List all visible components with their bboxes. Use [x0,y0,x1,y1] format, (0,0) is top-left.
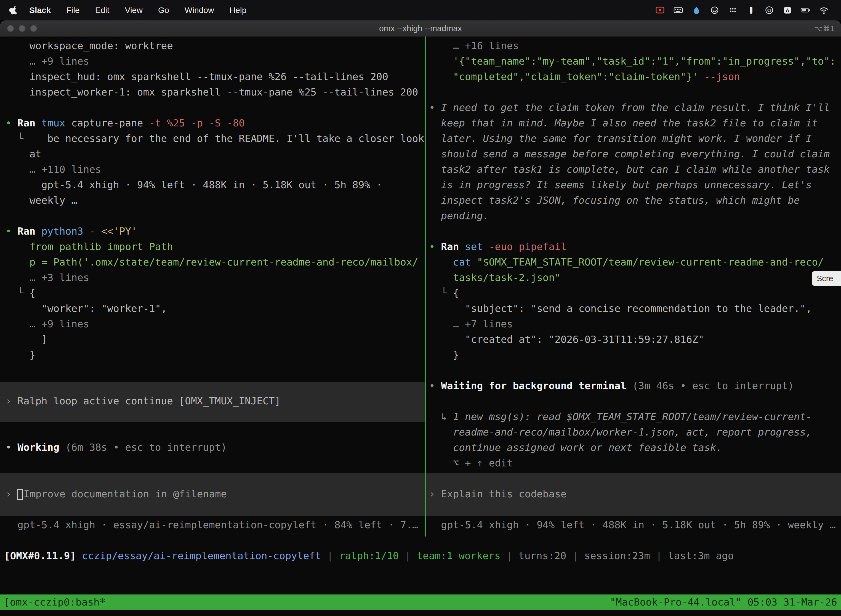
text-segment: • [429,380,441,392]
text-segment: p = Path('.omx/state/team/review-current… [6,257,418,268]
text-segment: readme-and-reco/mailbox/worker-1.json, a… [429,427,812,438]
terminal-line: is in progress? It seems likely but perh… [426,177,841,193]
text-segment: … +16 lines [429,40,519,51]
text-segment: Ran [441,241,465,252]
right-terminal-pane[interactable]: … +16 lines '{"team_name":"my-team","tas… [426,37,841,537]
text-segment: • [429,102,441,113]
text-segment: continue assigned work or next feasible … [429,442,722,453]
terminal-line: • Working (6m 38s • esc to interrupt) [0,440,425,455]
menu-item[interactable]: Go [150,6,177,15]
text-segment: session:23m [584,550,650,561]
close-button[interactable] [7,25,14,32]
menu-item[interactable]: View [117,6,150,15]
text-segment: inspect task2's JSON, focusing on the st… [429,195,800,206]
text-segment: (6m 38s • esc to interrupt) [65,441,227,453]
swirl-app-icon[interactable] [709,5,720,16]
menu-status-icons: 61 A [655,5,841,16]
scrollback: workspace_mode: worktree … +9 lines insp… [0,38,425,363]
text-segment: inspect_worker-1: omx sparkshell --tmux-… [6,87,418,98]
terminal-line: … +9 lines [0,316,425,332]
battery-icon[interactable] [800,5,811,16]
terminal-line: '{"team_name":"my-team","task_id":"1","f… [426,54,841,69]
terminal-line: should send a message before completing … [426,146,841,162]
menu-item[interactable]: Slack [24,6,59,15]
text-segment: I need to get the claim token from the c… [441,102,830,113]
text-segment: tasks/task-2.json" [429,272,561,283]
text-segment: should send a message before completing … [429,148,830,160]
terminal-line [426,224,841,239]
text-segment: • [6,441,18,453]
terminal-line: • Waiting for background terminal (3m 46… [426,378,841,393]
menu-item[interactable]: Help [222,6,254,15]
terminal-line: ↳ 1 new msg(s): read $OMX_TEAM_STATE_ROO… [426,409,841,424]
text-segment: gpt-5.4 xhigh · essay/ai-reimplementatio… [6,519,418,531]
terminal-line: ] [0,332,425,347]
terminal-line [0,100,425,115]
terminal-line: later. Using the same for transition mig… [426,131,841,146]
session-footer: gpt-5.4 xhigh · essay/ai-reimplementatio… [0,517,425,532]
traffic-lights [7,21,37,37]
zoom-button[interactable] [30,25,37,32]
terminal-line: … +7 lines [426,316,841,332]
pill-icon[interactable] [746,5,757,16]
terminal-line: workspace_mode: worktree [0,38,425,54]
terminal-line: "worker": "worker-1", [0,301,425,316]
menu-item[interactable]: Edit [88,6,117,15]
drop-icon[interactable] [691,5,702,16]
text-segment: • [429,241,441,252]
text-segment: Working [18,441,65,453]
terminal-line: task2 after task1 is complete, but can I… [426,162,841,177]
grid-dots-icon[interactable] [727,5,738,16]
menu-bar: SlackFileEditViewGoWindowHelp 61 A [0,0,841,21]
text-segment: python3 [41,226,89,237]
minimize-button[interactable] [19,25,25,32]
composer-hint[interactable]: › Explain this codebase [426,473,841,516]
keyboard-icon[interactable] [673,5,684,16]
text-segment: - [89,226,101,237]
menu-item[interactable]: File [59,6,87,15]
text-segment: task2 after task1 is complete, but can I… [429,164,830,175]
left-terminal-pane[interactable]: workspace_mode: worktree … +9 lines insp… [0,37,425,537]
text-segment: └ [6,133,47,144]
text-segment: cat [453,257,477,268]
terminal-line: • I need to get the claim token from the… [426,100,841,115]
text-segment: gpt-5.4 xhigh · 94% left · 488K in · 5.1… [429,519,836,531]
badge-61-icon[interactable]: 61 [764,5,775,16]
screen-share-popup[interactable]: Scre [812,271,841,286]
text-segment: inspect_hud: omx sparkshell --tmux-pane … [6,71,388,82]
scrollback: … +16 lines '{"team_name":"my-team","tas… [426,38,841,471]
text-segment: └ [6,287,29,299]
text-segment: | [650,550,668,561]
composer-input[interactable]: › Improve documentation in @filename [0,473,425,516]
terminal-line: gpt-5.4 xhigh · 94% left · 488K in · 5.1… [0,177,425,193]
terminal-line: weekly … [0,193,425,208]
terminal-line: tasks/task-2.json" [426,270,841,285]
window-shortcut-hint: ⌥⌘1 [814,21,835,37]
screen-recording-icon[interactable] [655,5,665,16]
terminal-line: › Ralph loop active continue [OMX_TMUX_I… [0,393,425,409]
text-segment: | [321,550,339,561]
text-segment: ⌥ + ↑ edit [429,457,513,469]
text-segment: is in progress? It seems likely but perh… [429,179,812,191]
tmux-host-clock: "MacBook-Pro-44.local" 05:03 31-Mar-26 [610,594,837,610]
terminal-line: • Ran tmux capture-pane -t %25 -p -S -80 [0,115,425,131]
window-title-bar[interactable]: omx --xhigh --madmax ⌥⌘1 [0,21,841,37]
terminal-line: inspect_hud: omx sparkshell --tmux-pane … [0,69,425,84]
text-segment: … +9 lines [6,318,89,330]
ralph-loop-notice: › Ralph loop active continue [OMX_TMUX_I… [0,382,425,422]
tmux-session-name[interactable]: [omx-cczip0:bash* [4,594,105,610]
tmux-status-bar: [omx-cczip0:bash* "MacBook-Pro-44.local"… [0,594,841,610]
text-cursor [18,489,23,500]
terminal-line: continue assigned work or next feasible … [426,440,841,455]
input-source-icon[interactable]: A [782,5,793,16]
text-segment: "worker": "worker-1", [6,303,167,314]
text-segment: "subject": "send a concise recommendatio… [429,303,812,314]
text-segment: ↳ [429,411,453,422]
text-segment: | [501,550,519,561]
text-segment: workspace_mode: worktree [6,40,173,51]
terminal-line: ⌥ + ↑ edit [426,455,841,471]
wifi-icon[interactable] [818,5,829,16]
text-segment: › [6,488,18,500]
apple-menu-icon[interactable] [9,5,19,16]
menu-item[interactable]: Window [177,6,222,15]
